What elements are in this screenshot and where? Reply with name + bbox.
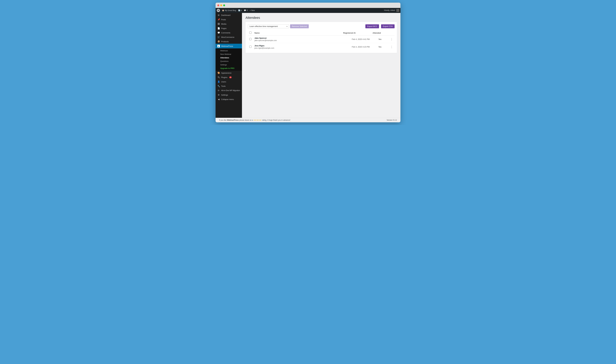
export-csv-button[interactable]: Export CSV — [381, 24, 395, 28]
attendee-email: jake-specner@example.com — [254, 39, 340, 41]
appearance-icon: 🎨 — [217, 72, 220, 74]
minimize-btn[interactable] — [220, 4, 222, 6]
submenu-attendees[interactable]: Attendees — [215, 56, 242, 60]
posts-icon: 📌 — [217, 18, 220, 21]
webinarpress-submenu: Webinars New Webinar Attendees Questions… — [215, 48, 242, 71]
comments-count: 0 — [247, 9, 248, 12]
row-name-cell: Jake Spencer jake-specner@example.com — [253, 36, 342, 43]
wp-logo-icon: W — [217, 9, 220, 12]
table-header: Name Registered At Attended — [248, 30, 395, 36]
content-area: Attendees Learn effective time managemen… — [242, 13, 401, 118]
registered-header-label: Registered At — [343, 32, 356, 34]
sidebar-item-appearance[interactable]: 🎨 Appearance — [215, 71, 242, 75]
col-check-header — [248, 30, 253, 36]
settings-submenu-label: Settings — [220, 64, 227, 66]
sidebar-item-collapse[interactable]: ◀ Collapse menu — [215, 97, 242, 102]
col-actions-header — [389, 30, 395, 36]
submenu-new-webinar[interactable]: New Webinar — [215, 52, 242, 56]
toolbar-right: Export BCC Export CSV — [365, 24, 395, 28]
sidebar-item-dashboard[interactable]: ⊞ Dashboard — [215, 13, 242, 17]
products-icon: 📦 — [217, 40, 220, 43]
sidebar-item-comments[interactable]: 💬 Comments — [215, 30, 242, 35]
close-btn[interactable] — [217, 4, 219, 6]
table-header-row: Name Registered At Attended — [248, 30, 395, 36]
sidebar-item-users[interactable]: 👤 Users — [215, 79, 242, 84]
plugins-label: Plugins — [221, 76, 228, 78]
sidebar-item-webinarpress[interactable]: ▶ WebinarPress — [215, 44, 242, 48]
sidebar-item-products[interactable]: 📦 Products — [215, 39, 242, 44]
media-icon: 🖼 — [217, 23, 220, 25]
allinone-label: All-in-One WP Migration — [221, 90, 240, 91]
posts-label: Posts — [221, 18, 226, 21]
comments-item[interactable]: 💬 0 — [244, 9, 248, 12]
site-name-item[interactable]: 🏠 My Great Blog — [222, 9, 236, 12]
col-registered-header: Registered At — [342, 30, 371, 36]
table-row: Jess Riges jess-riges@example.com Feb 4,… — [248, 43, 395, 51]
submenu-questions[interactable]: Questions — [215, 60, 242, 63]
sidebar-item-tools[interactable]: 🔧 Tools — [215, 84, 242, 88]
row-checkbox-1[interactable] — [249, 46, 252, 48]
questions-label: Questions — [220, 60, 228, 62]
footer-plugin-name: WebinarPress — [227, 119, 239, 121]
pages-label: Pages — [221, 27, 227, 29]
submenu-webinars[interactable]: Webinars — [215, 49, 242, 52]
users-label: Users — [221, 81, 226, 83]
sidebar-item-woocommerce[interactable]: 🛒 WooCommerce — [215, 35, 242, 39]
pages-icon: 📄 — [217, 27, 220, 29]
row-registered-cell: Feb 4, 2020 4:41 PM — [342, 36, 371, 43]
upgrade-label: Upgrade to PRO — [220, 67, 234, 69]
attendee-name: Jake Spencer — [254, 37, 340, 39]
row-registered-cell: Feb 4, 2020 4:23 PM — [342, 43, 371, 51]
footer-stars: ★★★★★ — [254, 119, 261, 121]
collapse-icon: ◀ — [217, 98, 220, 101]
attended-value: Yes — [378, 46, 381, 48]
updates-icon: 🔄 — [238, 9, 240, 12]
sidebar-item-media[interactable]: 🖼 Media — [215, 22, 242, 26]
woocommerce-icon: 🛒 — [217, 36, 220, 38]
wp-logo-item[interactable]: W — [217, 9, 220, 12]
row-name-cell: Jess Riges jess-riges@example.com — [253, 43, 342, 51]
row-checkbox-0[interactable] — [249, 38, 252, 40]
table-row: Jake Spencer jake-specner@example.com Fe… — [248, 36, 395, 43]
collapse-label: Collapse menu — [221, 98, 234, 101]
submenu-settings[interactable]: Settings — [215, 63, 242, 66]
col-name-header: Name — [253, 30, 342, 36]
howdy-text: Howdy, miked — [384, 9, 395, 11]
remove-selected-button[interactable]: Remove Selected — [290, 24, 309, 28]
sidebar-item-posts[interactable]: 📌 Posts — [215, 17, 242, 22]
more-options-icon[interactable]: ⋮ — [390, 38, 393, 41]
new-item[interactable]: + New — [250, 9, 255, 12]
footer-text-before: If you like — [219, 119, 227, 121]
tools-icon: 🔧 — [217, 85, 220, 87]
maximize-btn[interactable] — [223, 4, 225, 6]
updates-item[interactable]: 🔄 4 — [238, 9, 242, 12]
footer-version: Version 5.3.2 — [387, 119, 397, 121]
attendees-tbody: Jake Spencer jake-specner@example.com Fe… — [248, 36, 395, 51]
dashboard-icon: ⊞ — [217, 14, 220, 16]
webinar-select-wrapper[interactable]: Learn effective time management ▾ — [248, 24, 289, 28]
row-attended-cell: Yes — [371, 43, 389, 51]
attended-value: Yes — [378, 38, 381, 40]
select-all-checkbox[interactable] — [249, 32, 252, 34]
row-actions-cell[interactable]: ⋮ — [389, 36, 395, 43]
sidebar-item-settings[interactable]: ⚙ Settings — [215, 93, 242, 97]
sidebar-item-allinone[interactable]: ⟳ All-in-One WP Migration — [215, 88, 242, 93]
webinarpress-icon: ▶ — [217, 45, 220, 47]
sidebar-item-pages[interactable]: 📄 Pages — [215, 26, 242, 30]
allinone-icon: ⟳ — [217, 89, 220, 92]
row-actions-cell[interactable]: ⋮ — [389, 43, 395, 51]
media-label: Media — [221, 23, 226, 25]
sidebar-item-plugins[interactable]: 🔌 Plugins 4 — [215, 75, 242, 79]
webinar-select[interactable]: Learn effective time management — [248, 24, 289, 28]
products-label: Products — [221, 40, 229, 43]
appearance-label: Appearance — [221, 72, 231, 74]
export-bcc-button[interactable]: Export BCC — [365, 24, 379, 28]
attendee-email: jess-riges@example.com — [254, 47, 340, 49]
submenu-upgrade[interactable]: Upgrade to PRO — [215, 66, 242, 70]
row-check-cell[interactable] — [248, 43, 253, 51]
row-check-cell[interactable] — [248, 36, 253, 43]
more-options-icon[interactable]: ⋮ — [390, 45, 393, 48]
admin-bar-left: W 🏠 My Great Blog 🔄 4 💬 0 + New — [217, 9, 255, 12]
attendee-name: Jess Riges — [254, 45, 340, 47]
plugins-icon: 🔌 — [217, 76, 220, 78]
